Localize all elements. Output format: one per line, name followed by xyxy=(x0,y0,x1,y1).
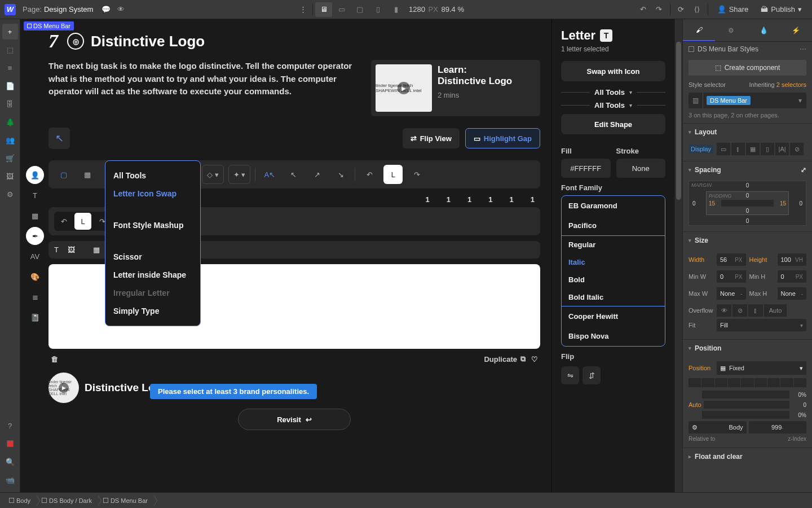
overflow-visible-icon[interactable]: 👁 xyxy=(717,304,731,317)
dd-letter-inside-shape[interactable]: Letter inside Shape xyxy=(105,266,200,284)
text-tool-icon[interactable]: T xyxy=(26,186,44,204)
font-pacifico[interactable]: Pacifico xyxy=(562,216,665,235)
cursor-box-icon[interactable]: ↖ xyxy=(48,128,70,149)
book-tool-icon[interactable]: 📓 xyxy=(26,308,44,326)
dd-simply-type[interactable]: Simply Type xyxy=(105,302,200,320)
comment-icon[interactable]: 💬 xyxy=(99,2,113,17)
overflow-auto[interactable]: Auto xyxy=(764,304,787,317)
db-icon[interactable]: 🗄 xyxy=(2,96,18,112)
all-tools-label[interactable]: All Tools xyxy=(594,88,625,97)
heart-icon[interactable]: ♡ xyxy=(531,355,538,364)
device-large[interactable]: ▭ xyxy=(333,2,350,17)
dd-font-style-mashup[interactable]: Font Style Mashup xyxy=(105,216,200,234)
device-mobile-l[interactable]: ▯ xyxy=(369,2,386,17)
display-inline-icon[interactable]: |A| xyxy=(775,143,789,155)
width-field[interactable]: 56PX xyxy=(717,253,746,266)
display-inline-block-icon[interactable]: ▯ xyxy=(761,143,774,155)
swap-with-icon-button[interactable]: Swap with Icon xyxy=(561,61,665,81)
section-position[interactable]: ▾Position xyxy=(683,340,812,357)
weight-italic[interactable]: Italic xyxy=(562,253,665,271)
position-grid[interactable] xyxy=(689,378,806,387)
palette-tool-icon[interactable]: 🎨 xyxy=(26,268,44,286)
font-cooper-hewitt[interactable]: Cooper Hewitt xyxy=(562,306,665,326)
inheriting-link[interactable]: 2 selectors xyxy=(776,81,806,88)
minw-field[interactable]: 0PX xyxy=(717,270,746,283)
tab-interactions[interactable]: 💧 xyxy=(748,19,780,41)
position-select[interactable]: ▦ Fixed▾ xyxy=(717,361,806,375)
list-icon[interactable]: ≡ xyxy=(2,60,18,76)
maxh-field[interactable]: None- xyxy=(778,287,807,300)
zindex-field[interactable]: 999- xyxy=(749,421,807,433)
trash-icon[interactable]: 🗑 xyxy=(51,355,58,364)
record-icon[interactable] xyxy=(2,436,18,452)
learn-card[interactable]: tinder tigerair fetch SHAPEWIN DELL inte… xyxy=(371,60,540,116)
stroke-field[interactable]: None xyxy=(616,159,666,178)
code-icon[interactable]: ⟨⟩ xyxy=(690,2,704,17)
revisit-thumb[interactable]: tinder tigerair fetch SHAPEWIN DELL inte… xyxy=(48,373,79,403)
cursor-c-icon[interactable]: ↗ xyxy=(307,165,326,184)
section-spacing[interactable]: ▾Spacing⤢ xyxy=(683,161,812,178)
kerning-tool-icon[interactable]: AV xyxy=(26,247,44,265)
device-mobile[interactable]: ▮ xyxy=(387,2,404,17)
relative-to-field[interactable]: ⚙ Body xyxy=(689,421,747,433)
help-icon[interactable]: ? xyxy=(2,418,18,433)
expand-icon[interactable]: ⤢ xyxy=(801,166,806,174)
overflow-hidden-icon[interactable]: ⊘ xyxy=(732,304,747,317)
tree-icon[interactable]: 🌲 xyxy=(2,114,18,130)
redo-tool-icon[interactable]: ↷ xyxy=(407,165,426,184)
dd-all-tools[interactable]: All Tools xyxy=(105,167,200,185)
grid-view-icon[interactable]: ▦ xyxy=(93,246,100,254)
undo-tool-icon[interactable]: ↶ xyxy=(360,165,379,184)
font-eb-garamond[interactable]: EB Garamond xyxy=(562,196,665,216)
bc-ds-body[interactable]: DS Body / Dark xyxy=(36,493,98,508)
star-dropdown[interactable]: ✦ ▾ xyxy=(228,165,251,184)
page-icon[interactable]: 📄 xyxy=(2,78,18,94)
selection-tag[interactable]: DS Menu Bar xyxy=(24,21,74,30)
create-component-button[interactable]: ⬚ Create component xyxy=(689,60,806,76)
weight-bold-italic[interactable]: Bold Italic xyxy=(562,288,665,306)
font-bispo-nova[interactable]: Bispo Nova xyxy=(562,326,665,346)
flip-v-icon[interactable]: ⇵ xyxy=(582,366,601,384)
tab-settings[interactable]: ⚙ xyxy=(715,19,747,41)
duplicate-button[interactable]: Duplicate ⧉ xyxy=(484,354,526,364)
pen-tool-icon[interactable]: ✒ xyxy=(26,227,44,245)
cursor-a-icon[interactable]: A↖ xyxy=(260,165,279,184)
share-button[interactable]: 👤 Share xyxy=(712,2,754,17)
selector-field[interactable]: ▥DS Menu Bar▾ xyxy=(689,93,806,108)
device-desktop[interactable]: 🖥 xyxy=(315,2,332,17)
users-icon[interactable]: 👥 xyxy=(2,132,18,148)
display-block-icon[interactable]: ▭ xyxy=(717,143,730,155)
style-more-icon[interactable]: ⋯ xyxy=(800,45,806,53)
display-none-icon[interactable]: ⊘ xyxy=(790,143,804,155)
minh-field[interactable]: 0PX xyxy=(778,270,807,283)
maxw-field[interactable]: None- xyxy=(717,287,746,300)
weight-regular[interactable]: Regular xyxy=(562,236,665,253)
more-icon[interactable]: ⋮ xyxy=(295,2,310,17)
publish-button[interactable]: 🏔 Publish ▾ xyxy=(755,2,807,17)
webflow-logo[interactable]: W xyxy=(5,4,16,15)
dd-irregular-letter[interactable]: Irregular Letter xyxy=(105,284,200,302)
preview-icon[interactable]: 👁 xyxy=(113,2,128,17)
bc-ds-menu-bar[interactable]: DS Menu Bar xyxy=(98,493,153,508)
dd-scissor[interactable]: Scissor xyxy=(105,248,200,266)
flip-h-icon[interactable]: ⇋ xyxy=(561,366,579,384)
layout-tool-icon[interactable]: ▦ xyxy=(26,207,44,225)
weight-bold[interactable]: Bold xyxy=(562,271,665,288)
tab-effects[interactable]: ⚡ xyxy=(780,19,812,41)
page-name[interactable]: Design System xyxy=(44,5,93,14)
height-field[interactable]: 100VH xyxy=(778,253,807,266)
undo-1-icon[interactable]: ↶ xyxy=(55,213,72,230)
redo-icon[interactable]: ↷ xyxy=(652,2,667,17)
sync-icon[interactable]: ⟳ xyxy=(674,2,689,17)
text-icon[interactable]: T xyxy=(54,246,59,254)
undo-icon[interactable]: ↶ xyxy=(636,2,651,17)
cart-icon[interactable]: 🛒 xyxy=(2,150,18,166)
img-icon[interactable]: 🖼 xyxy=(68,246,75,254)
style-name[interactable]: DS Menu Bar Styles xyxy=(698,45,758,53)
shape-dropdown[interactable]: ◇ ▾ xyxy=(202,165,224,184)
section-size[interactable]: ▾Size xyxy=(683,232,812,249)
spacing-box[interactable]: MARGIN 0 0 0 0 PADDING 0 0 15 15 xyxy=(689,181,806,226)
add-icon[interactable]: + xyxy=(2,24,18,40)
box-icon[interactable]: ⬚ xyxy=(2,42,18,58)
scrollbar[interactable] xyxy=(674,19,682,492)
